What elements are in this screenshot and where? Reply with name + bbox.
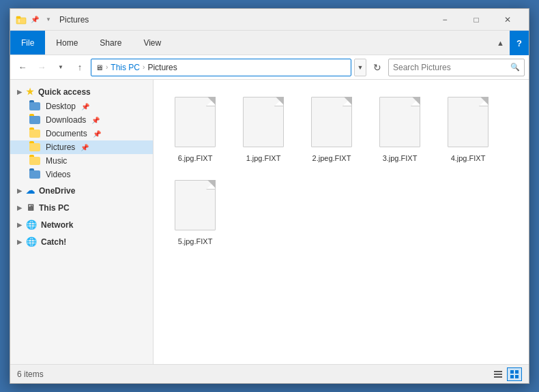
large-icons-view-button[interactable] <box>507 367 522 381</box>
file-icon <box>239 95 287 149</box>
forward-button[interactable]: → <box>33 59 50 76</box>
svg-rect-2 <box>18 19 20 22</box>
ribbon-collapse[interactable]: ▲ <box>491 31 510 55</box>
quick-access-icon <box>16 14 27 25</box>
list-view-button[interactable] <box>491 367 506 381</box>
sidebar-item-videos[interactable]: Videos <box>10 168 153 181</box>
sidebar-item-downloads-label: Downloads <box>46 115 86 125</box>
svg-rect-6 <box>510 370 514 374</box>
tab-home[interactable]: Home <box>45 31 89 55</box>
list-item[interactable]: 5.jpg.FIXT <box>164 174 226 250</box>
pin-icon: 📌 <box>29 14 40 25</box>
search-input[interactable] <box>393 63 508 72</box>
sidebar-item-documents[interactable]: Documents 📌 <box>10 127 153 140</box>
chevron-onedrive-icon: ▶ <box>17 187 22 194</box>
title-bar: 📌 ▼ Pictures − □ ✕ <box>10 9 529 31</box>
up-button[interactable]: ↑ <box>72 59 88 76</box>
file-name-label: 2.jpeg.FIXT <box>312 153 351 163</box>
quick-access-star-icon: ★ <box>26 87 34 97</box>
close-button[interactable]: ✕ <box>492 9 523 31</box>
svg-rect-0 <box>16 18 26 24</box>
file-icon <box>171 95 219 149</box>
sidebar-item-videos-label: Videos <box>46 170 70 179</box>
breadcrumb-sep2: › <box>143 63 145 71</box>
network-icon: 🌐 <box>26 220 37 230</box>
sidebar-section-quick-access: ▶ ★ Quick access Desktop 📌 Downloads 📌 D… <box>10 84 153 181</box>
sidebar-item-desktop[interactable]: Desktop 📌 <box>10 100 153 113</box>
sidebar-item-music-label: Music <box>46 156 67 166</box>
list-item[interactable]: 3.jpg.FIXT <box>369 91 431 167</box>
recent-locations-button[interactable]: ▼ <box>53 59 69 76</box>
file-page-corner <box>276 97 284 105</box>
help-button[interactable]: ? <box>510 31 529 55</box>
file-icon <box>171 178 219 232</box>
sidebar-item-music[interactable]: Music <box>10 154 153 168</box>
pictures-pin-icon: 📌 <box>81 144 89 151</box>
window-title-text: Pictures <box>59 15 89 25</box>
breadcrumb: 🖥 › This PC › Pictures <box>91 59 351 76</box>
this-pc-icon: 🖥 <box>26 202 35 213</box>
file-page-corner <box>412 97 420 105</box>
breadcrumb-icon: 🖥 <box>96 63 103 72</box>
maximize-button[interactable]: □ <box>461 9 492 31</box>
content-area: 6.jpg.FIXT 1.jpg.FIXT 2.jpeg.FIXT 3.jpg.… <box>154 80 529 364</box>
address-dropdown-button[interactable]: ▼ <box>354 59 366 76</box>
refresh-button[interactable]: ↻ <box>369 59 385 76</box>
downloads-folder-icon <box>29 116 40 124</box>
file-page-corner <box>207 180 216 188</box>
chevron-this-pc-icon: ▶ <box>17 205 22 211</box>
sidebar-section-this-pc: ▶ 🖥 This PC <box>10 200 153 215</box>
sidebar-header-quick-access[interactable]: ▶ ★ Quick access <box>10 84 153 100</box>
breadcrumb-pictures: Pictures <box>147 63 177 72</box>
file-name-label: 6.jpg.FIXT <box>178 153 213 163</box>
file-icon <box>376 95 424 149</box>
sidebar-header-network[interactable]: ▶ 🌐 Network <box>10 217 153 232</box>
svg-rect-9 <box>515 375 519 378</box>
onedrive-icon: ☁ <box>26 185 35 196</box>
this-pc-label: This PC <box>39 203 70 213</box>
sidebar-item-downloads[interactable]: Downloads 📌 <box>10 113 153 127</box>
downloads-pin-icon: 📌 <box>91 117 100 124</box>
file-page-corner <box>207 97 216 105</box>
pictures-folder-icon <box>29 143 40 151</box>
file-icon <box>444 95 492 149</box>
view-buttons <box>491 367 522 381</box>
title-bar-icons: 📌 ▼ <box>16 14 54 25</box>
breadcrumb-this-pc[interactable]: This PC <box>111 63 140 72</box>
search-icon[interactable]: 🔍 <box>510 63 520 72</box>
sidebar-section-catch: ▶ 🌐 Catch! <box>10 234 153 250</box>
catch-icon: 🌐 <box>26 237 37 247</box>
quick-access-label: Quick access <box>38 87 91 97</box>
list-item[interactable]: 4.jpg.FIXT <box>437 91 499 167</box>
breadcrumb-sep1: › <box>106 63 108 71</box>
tab-view[interactable]: View <box>132 31 172 55</box>
minimize-button[interactable]: − <box>429 9 461 31</box>
file-name-label: 1.jpg.FIXT <box>246 153 281 163</box>
file-name-label: 4.jpg.FIXT <box>451 153 486 163</box>
back-button[interactable]: ← <box>14 59 31 76</box>
sidebar-section-network: ▶ 🌐 Network <box>10 217 153 232</box>
sidebar-header-onedrive[interactable]: ▶ ☁ OneDrive <box>10 183 153 198</box>
tab-file[interactable]: File <box>10 31 45 55</box>
sidebar-item-pictures[interactable]: Pictures 📌 <box>10 140 153 154</box>
documents-folder-icon <box>29 130 40 138</box>
address-bar: ← → ▼ ↑ 🖥 › This PC › Pictures ▼ ↻ 🔍 <box>10 55 529 80</box>
svg-rect-1 <box>16 16 20 18</box>
sidebar-header-catch[interactable]: ▶ 🌐 Catch! <box>10 234 153 250</box>
onedrive-label: OneDrive <box>39 186 75 196</box>
search-bar[interactable]: 🔍 <box>388 59 525 76</box>
desktop-folder-icon <box>29 102 40 110</box>
svg-rect-3 <box>494 371 502 372</box>
list-item[interactable]: 6.jpg.FIXT <box>164 91 226 167</box>
list-item[interactable]: 2.jpeg.FIXT <box>301 91 362 167</box>
sidebar-header-this-pc[interactable]: ▶ 🖥 This PC <box>10 200 153 215</box>
chevron-catch-icon: ▶ <box>17 239 22 245</box>
file-name-label: 5.jpg.FIXT <box>178 237 213 246</box>
ribbon: File Home Share View ▲ ? <box>10 31 529 55</box>
list-item[interactable]: 1.jpg.FIXT <box>233 91 294 167</box>
svg-rect-5 <box>494 376 502 378</box>
item-count-label: 6 items <box>17 370 44 379</box>
tab-share[interactable]: Share <box>89 31 132 55</box>
chevron-network-icon: ▶ <box>17 222 22 228</box>
sidebar: ▶ ★ Quick access Desktop 📌 Downloads 📌 D… <box>10 80 154 364</box>
